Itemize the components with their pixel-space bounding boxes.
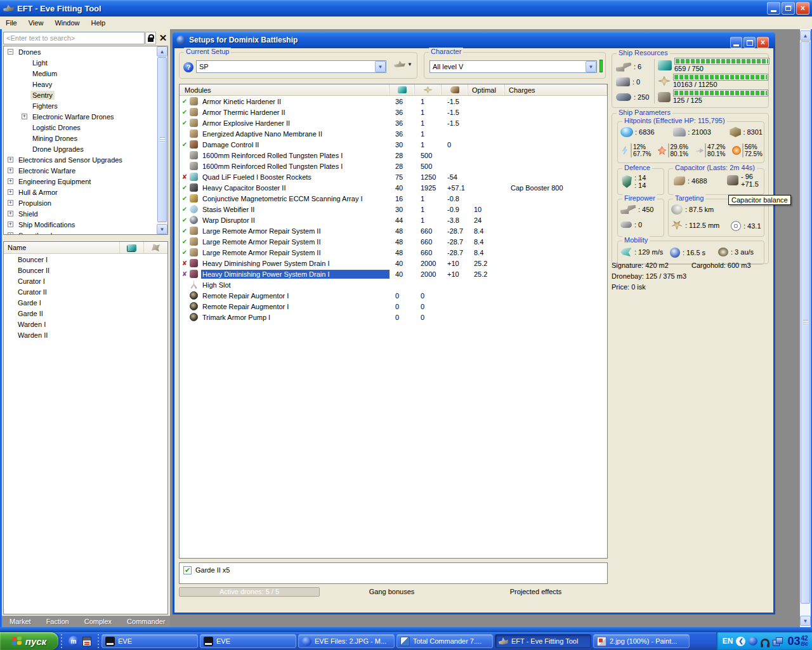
menu-item[interactable]: Help xyxy=(86,18,112,28)
module-row[interactable]: 1600mm Reinforced Rolled Tungsten Plates… xyxy=(180,150,607,161)
ship-menu-button[interactable]: ▼ xyxy=(391,59,415,69)
quick-launch-save-icon[interactable] xyxy=(82,637,91,646)
module-row[interactable]: Energized Adaptive Nano Membrane II 36 1 xyxy=(180,128,607,139)
tray-media-icon[interactable] xyxy=(749,637,757,646)
module-row[interactable]: Armor Thermic Hardener II 36 1 -1.5 xyxy=(180,107,607,117)
scroll-up-icon[interactable]: ▲ xyxy=(800,30,811,41)
tree-item[interactable]: Electronics and Sensor Upgrades xyxy=(4,154,157,165)
list-item[interactable]: Curator I xyxy=(4,275,167,286)
charges-column-header[interactable]: Charges xyxy=(505,84,607,95)
quick-launch-media-icon[interactable]: m xyxy=(69,636,79,646)
capacitor-column-header[interactable] xyxy=(442,84,468,95)
tree-expander[interactable] xyxy=(8,168,13,173)
module-row[interactable]: Stasis Webifier II 30 1 -0.9 10 xyxy=(180,204,607,215)
scroll-up-icon[interactable]: ▲ xyxy=(157,46,167,56)
powergrid-column-header[interactable] xyxy=(415,84,442,95)
tree-expander[interactable] xyxy=(8,222,13,227)
tree-item[interactable]: Propulsion xyxy=(4,197,157,208)
module-row[interactable]: High Slot xyxy=(180,279,607,290)
tree-expander[interactable] xyxy=(22,114,27,119)
module-row[interactable]: Warp Disruptor II 44 1 -3.8 24 xyxy=(180,215,607,225)
cpu-column-header[interactable] xyxy=(390,84,415,95)
tree-item[interactable]: Electronic Warfare Drones xyxy=(4,111,157,122)
tree-expander[interactable] xyxy=(8,49,13,55)
cpu-column-header[interactable] xyxy=(119,242,143,253)
tree-expander[interactable] xyxy=(8,157,13,162)
search-clear-button[interactable]: ✕ xyxy=(157,32,169,44)
taskbar-task-button[interactable]: EVE xyxy=(102,634,198,648)
module-row[interactable]: 1600mm Reinforced Rolled Tungsten Plates… xyxy=(180,161,607,171)
module-row[interactable]: Remote Repair Augmentor I 0 0 xyxy=(180,301,607,312)
module-row[interactable]: Quad LiF Fueled I Booster Rockets 75 125… xyxy=(180,171,607,182)
tree-item[interactable]: Smartbombs xyxy=(4,230,157,234)
tray-audio-icon[interactable] xyxy=(761,639,769,646)
module-row[interactable]: Armor Kinetic Hardener II 36 1 -1.5 xyxy=(180,96,607,107)
setup-minimize-button[interactable] xyxy=(730,37,742,48)
tree-scrollbar[interactable]: ▲ ▼ xyxy=(157,46,167,234)
name-column-header[interactable]: Name xyxy=(4,244,119,251)
start-button[interactable]: пуск xyxy=(0,632,58,650)
tree-expander[interactable] xyxy=(8,211,13,216)
scroll-down-icon[interactable]: ▼ xyxy=(800,616,811,626)
list-item[interactable]: Curator II xyxy=(4,286,167,297)
scroll-down-icon[interactable]: ▼ xyxy=(157,224,167,234)
tree-expander[interactable] xyxy=(8,178,13,184)
taskbar-task-button[interactable]: EVE xyxy=(200,634,296,648)
tree-scrollbar-thumb[interactable] xyxy=(157,57,167,222)
module-row[interactable]: Heavy Diminishing Power System Drain I 4… xyxy=(180,269,607,279)
tree-item[interactable]: Fighters xyxy=(4,100,157,111)
close-button[interactable]: × xyxy=(796,2,809,15)
search-lock-button[interactable] xyxy=(145,32,156,44)
tray-clock[interactable]: 03 42 Вс xyxy=(787,635,808,648)
taskbar-task-button[interactable]: EFT - Eve Fitting Tool xyxy=(495,634,591,648)
taskbar-task-button[interactable]: EVE Files: 2.JPG - M... xyxy=(298,634,395,648)
gang-bonuses-label[interactable]: Gang bonuses xyxy=(320,588,464,595)
tree-item[interactable]: Mining Drones xyxy=(4,133,157,143)
restore-button[interactable] xyxy=(782,2,795,15)
setup-maximize-button[interactable] xyxy=(743,37,756,48)
tree-expander[interactable] xyxy=(8,200,13,206)
list-item[interactable]: Bouncer I xyxy=(4,254,167,265)
tree-expander[interactable] xyxy=(8,232,13,234)
tree-item[interactable]: Drones xyxy=(4,46,157,57)
menu-item[interactable]: File xyxy=(0,18,23,28)
list-item[interactable]: Bouncer II xyxy=(4,265,167,275)
tree-item[interactable]: Light xyxy=(4,57,157,68)
setup-combobox[interactable]: SP ▼ xyxy=(196,60,386,73)
module-row[interactable]: Heavy Capacitor Booster II 40 1925 +57.1… xyxy=(180,182,607,193)
menu-item[interactable]: Window xyxy=(49,18,85,28)
menu-item[interactable]: View xyxy=(23,18,49,28)
projected-effects-label[interactable]: Projected effects xyxy=(464,588,608,595)
source-tab[interactable]: Faction xyxy=(39,618,77,625)
module-row[interactable]: Damage Control II 30 1 0 xyxy=(180,139,607,150)
tree-item[interactable]: Logistic Drones xyxy=(4,122,157,133)
module-row[interactable]: Trimark Armor Pump I 0 0 xyxy=(180,312,607,322)
module-row[interactable]: Remote Repair Augmentor I 0 0 xyxy=(180,290,607,301)
modules-column-header[interactable]: Modules xyxy=(180,84,390,95)
taskbar-task-button[interactable]: 2.jpg (100%) - Paint... xyxy=(593,634,690,648)
tree-item[interactable]: Heavy xyxy=(4,79,157,90)
mdi-scrollbar[interactable]: ▲ ▼ xyxy=(800,29,811,627)
module-row[interactable]: Heavy Diminishing Power System Drain I 4… xyxy=(180,258,607,269)
character-combobox[interactable]: All level V ▼ xyxy=(429,60,597,73)
list-item[interactable]: Garde II xyxy=(4,308,167,319)
minimize-button[interactable] xyxy=(767,2,780,15)
setup-window-titlebar[interactable]: Setups for Dominix Battleship × xyxy=(173,32,775,48)
list-item[interactable]: Warden I xyxy=(4,319,167,329)
chevron-down-icon[interactable]: ▼ xyxy=(586,61,596,72)
tree-item[interactable]: Ship Modifications xyxy=(4,219,157,230)
tree-item[interactable]: Hull & Armor xyxy=(4,187,157,197)
tray-network-icon[interactable] xyxy=(773,637,783,646)
tree-item[interactable]: Drone Upgrades xyxy=(4,143,157,154)
tree-item[interactable]: Sentry xyxy=(4,90,157,100)
chevron-down-icon[interactable]: ▼ xyxy=(375,61,386,72)
module-row[interactable]: Large Remote Armor Repair System II 48 6… xyxy=(180,247,607,258)
source-tab[interactable]: Market xyxy=(2,618,39,625)
taskbar-task-button[interactable]: Total Commander 7.... xyxy=(396,634,493,648)
setup-close-button[interactable]: × xyxy=(757,37,769,48)
tree-item[interactable]: Engineering Equipment xyxy=(4,176,157,187)
tree-item[interactable]: Electronic Warfare xyxy=(4,165,157,176)
tree-expander[interactable] xyxy=(8,189,13,195)
module-row[interactable]: Conjunctive Magnetometric ECCM Scanning … xyxy=(180,193,607,204)
tray-collapse-icon[interactable]: ❮ xyxy=(736,637,745,646)
